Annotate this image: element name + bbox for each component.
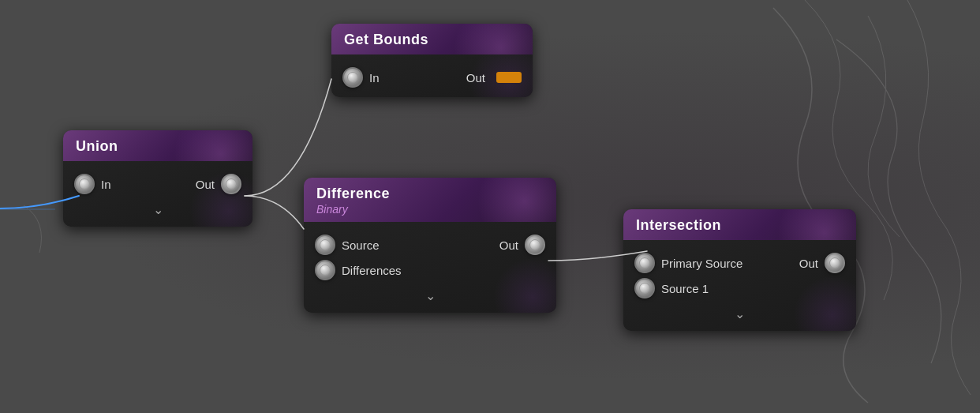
union-out-label: Out [196,178,215,191]
difference-differences-socket[interactable] [315,260,335,280]
difference-differences-label: Differences [342,264,402,277]
intersection-out-label: Out [799,257,818,270]
node-union-title: Union [76,138,240,155]
union-chevron[interactable]: ⌄ [74,199,241,222]
node-intersection-header: Intersection [623,209,856,240]
difference-source-label: Source [342,238,380,252]
difference-out-socket[interactable] [525,235,545,255]
intersection-source1-row: Source 1 [634,278,845,298]
intersection-source1-socket[interactable] [634,278,655,298]
node-difference-header: Difference Binary [304,178,556,222]
get-bounds-out-label: Out [466,71,485,84]
difference-source-socket[interactable] [315,235,335,255]
difference-differences-row: Differences [315,260,545,280]
union-io-row: In Out [74,174,241,194]
union-out-socket[interactable] [221,174,241,194]
intersection-out-socket[interactable] [825,253,845,273]
difference-chevron[interactable]: ⌄ [315,285,545,308]
difference-out-label: Out [499,238,518,252]
get-bounds-in-socket[interactable] [342,67,363,88]
node-difference: Difference Binary Source Out Diffe [304,178,556,313]
node-difference-title: Difference [316,186,544,202]
node-difference-subtitle: Binary [316,203,544,216]
get-bounds-in-label: In [369,71,380,84]
intersection-primary-row: Primary Source Out [634,253,845,273]
node-get-bounds: Get Bounds In Out [331,24,533,97]
node-get-bounds-body: In Out [331,54,533,97]
union-in-label: In [101,178,111,191]
node-union-body: In Out ⌄ [63,161,252,227]
node-intersection-body: Primary Source Out Source 1 ⌄ [623,240,856,331]
node-get-bounds-title: Get Bounds [344,32,520,48]
intersection-source1-label: Source 1 [661,282,709,295]
difference-source-row: Source Out [315,235,545,255]
node-union-header: Union [63,130,252,161]
get-bounds-port-row: In Out [342,67,522,88]
node-intersection-title: Intersection [636,217,843,234]
node-intersection: Intersection Primary Source Out Source [623,209,856,331]
node-union: Union In Out ⌄ [63,130,252,227]
intersection-primary-label: Primary Source [661,257,742,270]
intersection-chevron[interactable]: ⌄ [634,303,845,326]
node-get-bounds-header: Get Bounds [331,24,533,54]
intersection-primary-socket[interactable] [634,253,655,273]
node-difference-body: Source Out Differences ⌄ [304,222,556,313]
union-in-socket[interactable] [74,174,95,194]
get-bounds-out-badge [496,72,522,83]
